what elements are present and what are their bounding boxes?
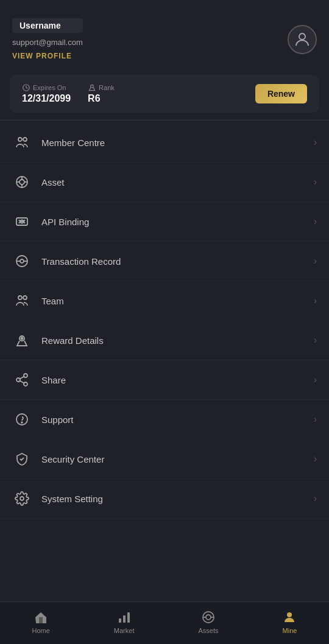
header: Username support@gmail.com VIEW PROFILE (0, 0, 329, 70)
svg-line-25 (20, 381, 24, 383)
rank-value: R6 (88, 93, 100, 104)
chevron-icon: › (314, 137, 317, 148)
membership-info: Expires On 12/31/2099 Rank R6 (22, 83, 115, 104)
chevron-icon: › (314, 374, 317, 385)
menu-item-api-binding[interactable]: API Binding › (0, 202, 329, 242)
chevron-icon: › (314, 295, 317, 306)
nav-label-mine: Mine (283, 627, 297, 634)
menu-item-asset[interactable]: Asset › (0, 163, 329, 202)
svg-point-19 (23, 296, 27, 299)
nav-item-assets[interactable]: Assets (188, 606, 228, 638)
svg-point-3 (18, 138, 22, 141)
menu-label-member-centre: Member Centre (41, 138, 314, 148)
chevron-icon: › (314, 256, 317, 267)
rank-item: Rank R6 (88, 83, 115, 104)
svg-point-23 (16, 378, 20, 382)
menu-list: Member Centre › Asset › AP (0, 123, 329, 601)
menu-label-api-binding: API Binding (41, 217, 314, 227)
menu-item-system-setting[interactable]: System Setting › (0, 479, 329, 519)
svg-point-15 (20, 259, 24, 263)
svg-point-37 (287, 612, 292, 617)
svg-point-2 (91, 85, 94, 88)
menu-item-support[interactable]: Support › (0, 400, 329, 439)
expires-item: Expires On 12/31/2099 (22, 83, 71, 104)
svg-line-26 (20, 377, 24, 379)
menu-item-team[interactable]: Team › (0, 281, 329, 321)
svg-point-21 (21, 338, 23, 340)
menu-item-share[interactable]: Share › (0, 360, 329, 400)
nav-label-home: Home (32, 627, 50, 634)
nav-label-market: Market (114, 627, 135, 634)
svg-point-22 (24, 374, 27, 377)
membership-card: Expires On 12/31/2099 Rank R6 Renew (10, 75, 319, 113)
menu-label-security-center: Security Center (41, 454, 314, 464)
menu-item-transaction-record[interactable]: Transaction Record › (0, 242, 329, 281)
menu-label-asset: Asset (41, 177, 314, 187)
nav-label-assets: Assets (198, 627, 218, 634)
chevron-icon: › (314, 414, 317, 425)
share-icon (12, 370, 32, 390)
menu-label-transaction-record: Transaction Record (41, 256, 314, 267)
svg-point-6 (19, 180, 24, 184)
reward-icon (12, 331, 32, 350)
bottom-nav: Home Market Assets Mine (0, 601, 329, 644)
username-box: Username (12, 18, 83, 33)
rank-label: Rank (88, 83, 115, 92)
svg-point-28 (21, 422, 23, 423)
transaction-icon (12, 251, 32, 271)
svg-point-18 (18, 296, 22, 299)
renew-button[interactable]: Renew (255, 84, 307, 103)
email-label: support@gmail.com (12, 38, 83, 47)
chevron-icon: › (314, 493, 317, 504)
menu-item-security-center[interactable]: Security Center › (0, 439, 329, 479)
users-icon (12, 133, 32, 152)
nav-item-market[interactable]: Market (104, 606, 144, 638)
svg-rect-30 (119, 618, 121, 623)
chevron-icon: › (314, 216, 317, 227)
menu-label-support: Support (41, 415, 314, 425)
nav-item-home[interactable]: Home (23, 606, 60, 638)
asset-icon (12, 172, 32, 192)
svg-rect-32 (127, 612, 130, 623)
menu-label-team: Team (41, 296, 314, 306)
view-profile-button[interactable]: VIEW PROFILE (12, 52, 83, 60)
svg-rect-31 (123, 615, 126, 623)
nav-item-mine[interactable]: Mine (272, 606, 306, 638)
svg-point-29 (20, 497, 24, 500)
api-icon (12, 212, 32, 231)
chevron-icon: › (314, 177, 317, 187)
svg-point-4 (23, 138, 27, 141)
expires-label: Expires On (22, 83, 66, 92)
header-left: Username support@gmail.com VIEW PROFILE (12, 18, 83, 60)
menu-item-reward-details[interactable]: Reward Details › (0, 321, 329, 360)
svg-point-24 (24, 382, 27, 386)
avatar[interactable] (288, 25, 317, 54)
menu-item-member-centre[interactable]: Member Centre › (0, 123, 329, 163)
svg-point-0 (299, 33, 305, 40)
chevron-icon: › (314, 453, 317, 464)
team-icon (12, 291, 32, 310)
chevron-icon: › (314, 335, 317, 346)
menu-label-share: Share (41, 375, 314, 385)
settings-icon (12, 489, 32, 508)
support-icon (12, 410, 32, 429)
divider (0, 120, 329, 121)
menu-label-system-setting: System Setting (41, 494, 314, 504)
menu-label-reward-details: Reward Details (41, 335, 314, 346)
svg-point-34 (206, 615, 211, 620)
security-icon (12, 449, 32, 469)
expires-value: 12/31/2099 (22, 93, 71, 104)
